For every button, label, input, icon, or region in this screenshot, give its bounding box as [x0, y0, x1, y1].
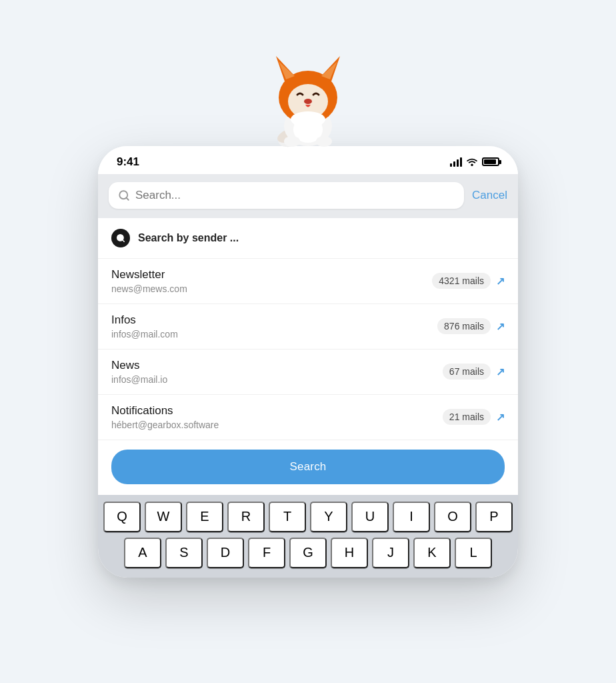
mail-count-badge: 67 mails: [443, 364, 491, 380]
content-area: Search by sender ... Newsletter news@mew…: [98, 218, 518, 495]
key-i[interactable]: I: [393, 502, 430, 532]
mail-count-badge: 21 mails: [443, 409, 491, 425]
arrow-icon: ↗: [496, 275, 505, 287]
svg-point-12: [284, 136, 300, 147]
search-bar-area: Cancel: [98, 174, 518, 218]
sender-name: Newsletter: [111, 268, 187, 281]
key-f[interactable]: F: [248, 538, 285, 568]
wifi-icon: [466, 157, 478, 166]
sender-right: 21 mails ↗: [443, 409, 505, 425]
key-h[interactable]: H: [331, 538, 368, 568]
search-button-area: Search: [98, 440, 518, 495]
key-r[interactable]: R: [227, 502, 265, 532]
sender-email: news@mews.com: [111, 283, 187, 294]
sender-name: Infos: [111, 313, 178, 327]
sender-item-newsletter[interactable]: Newsletter news@mews.com 4321 mails ↗: [98, 259, 518, 304]
mail-count-badge: 876 mails: [437, 318, 491, 334]
arrow-icon: ↗: [496, 411, 505, 424]
sender-info-notifications: Notifications hébert@gearbox.software: [111, 404, 219, 430]
key-a[interactable]: A: [124, 538, 161, 568]
sender-name: Notifications: [111, 404, 219, 418]
key-l[interactable]: L: [455, 538, 492, 568]
search-input[interactable]: [135, 189, 455, 202]
keyboard-area: QWERTYUIOP ASDFGHJKL: [98, 495, 518, 578]
key-s[interactable]: S: [165, 538, 203, 568]
key-d[interactable]: D: [207, 538, 244, 568]
search-button[interactable]: Search: [111, 450, 505, 484]
signal-icon: [450, 157, 462, 167]
key-q[interactable]: Q: [103, 502, 141, 532]
sender-item-notifications[interactable]: Notifications hébert@gearbox.software 21…: [98, 395, 518, 440]
phone-frame: 9:41: [98, 146, 518, 578]
sender-search-icon: [111, 229, 130, 247]
sender-info-news: News infos@mail.io: [111, 359, 167, 385]
phone-wrapper: 9:41: [98, 146, 518, 578]
sender-email: infos@mail.io: [111, 374, 167, 385]
mail-count-badge: 4321 mails: [432, 273, 491, 289]
key-k[interactable]: K: [413, 538, 451, 568]
search-input-container[interactable]: [109, 182, 464, 209]
key-g[interactable]: G: [289, 538, 327, 568]
sender-item-news[interactable]: News infos@mail.io 67 mails ↗: [98, 350, 518, 395]
status-bar: 9:41: [98, 146, 518, 174]
svg-line-16: [126, 197, 128, 199]
search-by-sender-row[interactable]: Search by sender ...: [98, 218, 518, 259]
sender-item-infos[interactable]: Infos infos@mail.com 876 mails ↗: [98, 304, 518, 350]
status-icons: [450, 157, 499, 167]
key-w[interactable]: W: [145, 502, 182, 532]
svg-point-11: [291, 111, 325, 127]
status-time: 9:41: [117, 155, 139, 169]
sender-name: News: [111, 359, 167, 372]
key-y[interactable]: Y: [310, 502, 347, 532]
svg-point-13: [316, 136, 332, 147]
keyboard-row-1: QWERTYUIOP: [101, 502, 515, 532]
sender-email: infos@mail.com: [111, 329, 178, 339]
key-p[interactable]: P: [475, 502, 513, 532]
arrow-icon: ↗: [496, 320, 505, 333]
cancel-button[interactable]: Cancel: [472, 186, 507, 205]
sender-right: 876 mails ↗: [437, 318, 505, 334]
sender-info-newsletter: Newsletter news@mews.com: [111, 268, 187, 294]
key-t[interactable]: T: [269, 502, 306, 532]
fox-mascot: [255, 43, 361, 149]
search-by-sender-label: Search by sender ...: [138, 232, 239, 244]
battery-icon: [482, 157, 499, 166]
key-e[interactable]: E: [186, 502, 223, 532]
sender-email: hébert@gearbox.software: [111, 420, 219, 430]
sender-right: 67 mails ↗: [443, 364, 505, 380]
search-icon: [118, 189, 130, 201]
key-o[interactable]: O: [434, 502, 471, 532]
arrow-icon: ↗: [496, 366, 505, 378]
keyboard-row-2: ASDFGHJKL: [101, 538, 515, 568]
sender-info-infos: Infos infos@mail.com: [111, 313, 178, 339]
svg-point-10: [304, 99, 312, 104]
key-u[interactable]: U: [351, 502, 389, 532]
sender-right: 4321 mails ↗: [432, 273, 505, 289]
key-j[interactable]: J: [372, 538, 409, 568]
svg-point-14: [471, 164, 473, 166]
svg-line-18: [123, 239, 125, 241]
